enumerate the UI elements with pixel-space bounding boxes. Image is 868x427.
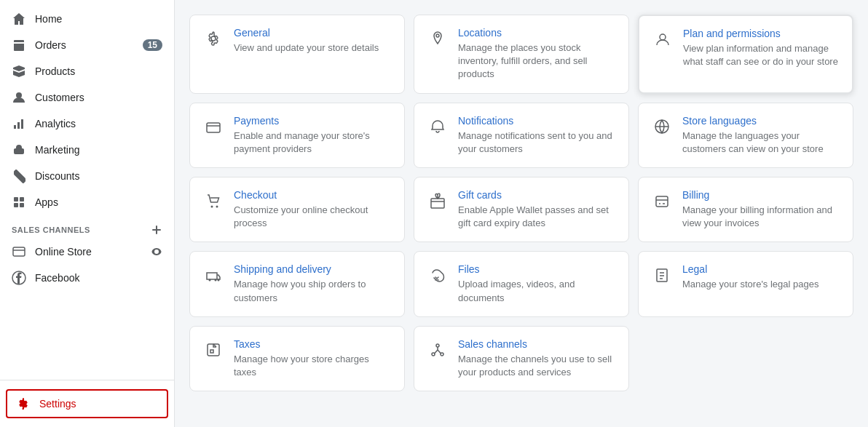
- settings-card-notifications[interactable]: Notifications Manage notifications sent …: [414, 103, 629, 168]
- sidebar-label-apps: Apps: [35, 196, 162, 208]
- locations-title: Locations: [458, 27, 617, 39]
- settings-card-sales-channels[interactable]: Sales channels Manage the channels you u…: [414, 326, 629, 391]
- plan-permissions-title: Plan and permissions: [683, 28, 840, 39]
- settings-card-general[interactable]: General View and update your store detai…: [189, 15, 405, 94]
- sidebar-item-customers[interactable]: Customers: [0, 84, 174, 111]
- gift-cards-title: Gift cards: [458, 189, 617, 201]
- sidebar-label-customers: Customers: [35, 92, 162, 103]
- settings-icon: [16, 396, 31, 411]
- settings-card-billing[interactable]: Billing Manage your billing information …: [638, 177, 853, 242]
- svg-point-15: [211, 205, 213, 207]
- eye-icon[interactable]: [151, 246, 162, 258]
- store-languages-icon: [650, 115, 674, 138]
- payments-card-content: Payments Enable and manage your store's …: [234, 115, 392, 156]
- sidebar-item-home[interactable]: Home: [0, 6, 174, 32]
- sidebar-item-facebook[interactable]: Facebook: [0, 265, 174, 291]
- settings-grid: General View and update your store detai…: [189, 15, 853, 391]
- svg-point-16: [216, 205, 218, 207]
- payments-title: Payments: [234, 115, 392, 127]
- sidebar-item-marketing[interactable]: Marketing: [0, 137, 174, 163]
- files-card-content: Files Upload images, videos, and documen…: [458, 263, 617, 304]
- marketing-icon: [12, 143, 26, 157]
- svg-point-19: [209, 279, 211, 282]
- svg-rect-17: [431, 199, 444, 208]
- checkout-desc: Customize your online checkout process: [234, 204, 392, 230]
- svg-rect-18: [656, 196, 668, 207]
- settings-card-legal[interactable]: Legal Manage your store's legal pages: [638, 251, 853, 316]
- settings-card-shipping[interactable]: Shipping and delivery Manage how you shi…: [189, 251, 405, 316]
- legal-card-content: Legal Manage your store's legal pages: [682, 263, 818, 304]
- sidebar-item-analytics[interactable]: Analytics: [0, 111, 174, 137]
- legal-icon: [650, 263, 674, 287]
- settings-card-taxes[interactable]: Taxes Manage how your store charges taxe…: [189, 326, 405, 391]
- orders-badge: 15: [143, 39, 162, 51]
- online-store-icon: [12, 244, 26, 259]
- settings-card-checkout[interactable]: Checkout Customize your online checkout …: [189, 177, 405, 242]
- settings-card-store-languages[interactable]: Store languages Manage the languages you…: [638, 103, 853, 168]
- sales-channels-title: Sales channels: [458, 338, 617, 350]
- sidebar-label-facebook: Facebook: [35, 272, 162, 284]
- add-sales-channel-icon[interactable]: [151, 224, 162, 236]
- files-icon: [426, 263, 449, 287]
- facebook-icon: [12, 271, 26, 285]
- legal-desc: Manage your store's legal pages: [682, 278, 818, 291]
- sidebar-item-apps[interactable]: Apps: [0, 189, 174, 215]
- plan-permissions-content: Plan and permissions View plan informati…: [683, 28, 840, 81]
- sidebar-item-orders[interactable]: Orders 15: [0, 32, 174, 58]
- analytics-icon: [12, 116, 26, 131]
- sales-channels-icon: [426, 338, 449, 362]
- locations-icon: [426, 27, 449, 50]
- svg-rect-6: [14, 203, 18, 207]
- shipping-card-content: Shipping and delivery Manage how you shi…: [234, 263, 392, 304]
- sidebar-label-home: Home: [35, 13, 162, 25]
- taxes-title: Taxes: [234, 338, 392, 350]
- svg-rect-2: [17, 122, 20, 129]
- notifications-icon: [426, 115, 449, 138]
- sales-channels-card-content: Sales channels Manage the channels you u…: [458, 338, 617, 379]
- sales-channels-header: SALES CHANNELS: [0, 215, 174, 239]
- checkout-icon: [202, 189, 225, 212]
- shipping-icon: [202, 263, 225, 287]
- checkout-title: Checkout: [234, 189, 392, 201]
- home-icon: [12, 12, 26, 26]
- files-title: Files: [458, 263, 617, 275]
- svg-point-10: [211, 36, 216, 41]
- billing-card-content: Billing Manage your billing information …: [682, 189, 841, 230]
- svg-rect-13: [207, 123, 220, 132]
- general-title: General: [234, 27, 379, 39]
- settings-card-locations[interactable]: Locations Manage the places you stock in…: [414, 15, 629, 94]
- sidebar-item-products[interactable]: Products: [0, 58, 174, 84]
- general-icon: [202, 27, 225, 50]
- svg-rect-1: [14, 125, 16, 129]
- svg-rect-4: [14, 197, 18, 201]
- billing-desc: Manage your billing information and view…: [682, 204, 841, 230]
- sidebar-item-discounts[interactable]: Discounts: [0, 163, 174, 189]
- settings-card-gift-cards[interactable]: Gift cards Enable Apple Wallet passes an…: [414, 177, 629, 242]
- customers-icon: [12, 90, 26, 105]
- general-card-content: General View and update your store detai…: [234, 27, 379, 81]
- gift-cards-content: Gift cards Enable Apple Wallet passes an…: [458, 189, 617, 230]
- shipping-title: Shipping and delivery: [234, 263, 392, 275]
- sidebar-footer: Settings: [0, 380, 174, 427]
- store-languages-content: Store languages Manage the languages you…: [682, 115, 841, 156]
- sidebar-item-online-store[interactable]: Online Store: [0, 239, 174, 265]
- legal-title: Legal: [682, 263, 818, 275]
- checkout-card-content: Checkout Customize your online checkout …: [234, 189, 392, 230]
- apps-icon: [12, 195, 26, 209]
- svg-rect-7: [20, 203, 24, 207]
- sidebar-label-marketing: Marketing: [35, 144, 162, 156]
- sidebar-item-settings[interactable]: Settings: [6, 389, 168, 418]
- settings-card-plan-permissions[interactable]: Plan and permissions View plan informati…: [638, 15, 853, 94]
- taxes-icon: [202, 338, 225, 362]
- billing-icon: [650, 189, 674, 212]
- general-desc: View and update your store details: [234, 41, 379, 55]
- products-icon: [12, 64, 26, 79]
- settings-card-files[interactable]: Files Upload images, videos, and documen…: [414, 251, 629, 316]
- settings-card-payments[interactable]: Payments Enable and manage your store's …: [189, 103, 405, 168]
- svg-rect-3: [21, 119, 23, 129]
- billing-title: Billing: [682, 189, 841, 201]
- sales-channels-desc: Manage the channels you use to sell your…: [458, 353, 617, 379]
- sidebar: Home Orders 15 Products Customers: [0, 0, 175, 427]
- gift-cards-desc: Enable Apple Wallet passes and set gift …: [458, 204, 617, 230]
- svg-point-20: [215, 279, 217, 282]
